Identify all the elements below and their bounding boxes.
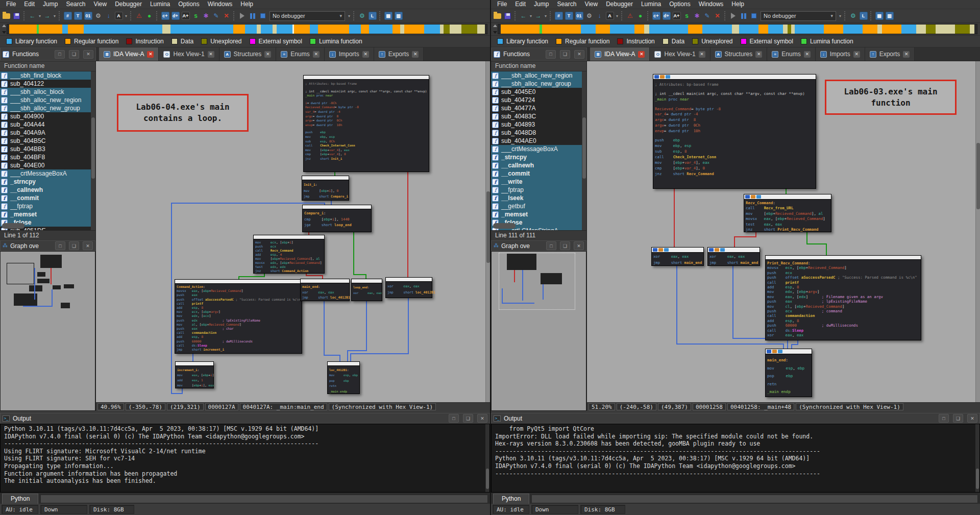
scrollbar-thumb[interactable] <box>486 469 489 489</box>
basic-block-xorr[interactable]: xor eax, eaxjmp short loc_4012B1 <box>385 277 432 298</box>
debugger-options-icon[interactable]: ⚙ <box>848 11 858 21</box>
block-title-bar[interactable] <box>301 279 349 283</box>
graph-view[interactable]: Lab06-04.exe's main contains a loop. ; A… <box>96 61 490 402</box>
open-file-icon[interactable] <box>2 11 11 21</box>
function-list-item[interactable]: f__callnewh <box>491 161 586 169</box>
tab-ida-view-a[interactable]: ≣IDA View-A✕ <box>99 47 159 61</box>
basic-block-init[interactable]: Init_i:mov [ebp+i], 0jmp short Compare_i <box>302 176 349 201</box>
save-icon[interactable] <box>503 11 512 21</box>
block-view-icon[interactable] <box>664 248 669 252</box>
panel-restore-button[interactable]: □ <box>546 241 556 250</box>
panel-restore-button[interactable]: □ <box>449 414 459 423</box>
scrollbar-thumb[interactable] <box>976 469 979 489</box>
menu-item-options[interactable]: Options <box>665 0 694 9</box>
save-icon[interactable] <box>12 11 21 21</box>
windows-layout-icon[interactable]: ▤ <box>383 11 393 21</box>
open-file-icon[interactable] <box>493 11 502 21</box>
nav-down-icon[interactable] <box>2 31 6 34</box>
panel-float-button[interactable]: ❏ <box>69 50 79 59</box>
problems-icon[interactable]: ⚠ <box>625 11 635 21</box>
function-list-item[interactable]: fsub_4048D8 <box>491 129 586 137</box>
debugger-select[interactable]: No debugger▾ <box>270 11 345 21</box>
function-list-item[interactable]: f__lseek <box>491 194 586 202</box>
menu-item-view[interactable]: View <box>580 0 602 9</box>
nav-up-icon[interactable] <box>2 24 6 27</box>
panel-restore-button[interactable]: □ <box>55 241 65 250</box>
menu-item-edit[interactable]: Edit <box>20 0 39 9</box>
block-view-icon[interactable] <box>720 248 725 252</box>
menu-item-search[interactable]: Search <box>62 0 89 9</box>
block-view-icon[interactable] <box>756 195 761 199</box>
panel-float-button[interactable]: ❏ <box>69 241 79 250</box>
jump-icon[interactable]: ↓ <box>595 11 604 21</box>
edit-icon[interactable]: ✎ <box>211 11 221 21</box>
dropdown-caret-icon[interactable]: ▾ <box>38 14 42 18</box>
block-title-bar[interactable] <box>176 362 213 366</box>
function-list-item[interactable]: f_strncpy <box>491 153 586 161</box>
panel-close-button[interactable]: ✕ <box>83 241 93 250</box>
dropdown-caret-icon[interactable]: ▾ <box>615 14 619 18</box>
add-name-icon[interactable]: A+ <box>181 11 190 21</box>
block-title-bar[interactable] <box>386 278 432 282</box>
graph-overview-map[interactable] <box>491 251 586 411</box>
dropdown-caret-icon[interactable]: ▾ <box>124 14 128 18</box>
nav-band-arrows[interactable] <box>492 24 498 34</box>
menu-item-jump[interactable]: Jump <box>39 0 62 9</box>
panel-float-button[interactable]: ❏ <box>560 50 570 59</box>
block-title-bar[interactable] <box>302 176 349 180</box>
function-list-item[interactable]: fsub_404A9A <box>0 129 95 137</box>
basic-block-loopend[interactable]: loop_end:xor eax, eax <box>351 279 382 301</box>
basic-block-mainR[interactable]: ; Attributes: bp-based frame; int __cdec… <box>653 74 816 189</box>
function-list-item[interactable]: f__write <box>491 178 586 186</box>
undefine-icon[interactable]: ✕ <box>222 11 231 21</box>
function-list-item[interactable]: f__getbuf <box>491 202 586 210</box>
function-list-hscroll-thumb[interactable] <box>493 223 516 229</box>
python-console-tab[interactable]: Python <box>2 494 38 504</box>
block-title-bar[interactable] <box>766 349 812 354</box>
function-list-item[interactable]: fsub_404B5C <box>0 137 95 145</box>
basic-block-xor1[interactable]: xor eax, eaxjmp short main_end <box>651 247 704 266</box>
menu-item-edit[interactable]: Edit <box>511 0 530 9</box>
menu-item-options[interactable]: Options <box>174 0 203 9</box>
scrollbar-thumb[interactable] <box>91 117 95 179</box>
panel-restore-button[interactable]: □ <box>546 50 556 59</box>
function-list-item[interactable]: fsub_404AE0 <box>491 137 586 145</box>
function-name-column-header[interactable]: Function name <box>0 61 95 71</box>
tab-close-icon[interactable]: ✕ <box>313 51 320 58</box>
menu-item-windows[interactable]: Windows <box>695 0 728 9</box>
block-edit-icon[interactable] <box>715 248 719 252</box>
block-view-icon[interactable] <box>778 350 782 353</box>
menu-item-lumina[interactable]: Lumina <box>146 0 174 9</box>
add-string-icon[interactable]: s <box>191 11 201 21</box>
debug-pause-icon[interactable] <box>248 11 257 21</box>
dropdown-caret-icon[interactable]: ▾ <box>544 14 548 18</box>
tab-enums[interactable]: ≡Enums✕ <box>276 47 324 61</box>
edit-icon[interactable]: ✎ <box>702 11 712 21</box>
block-edit-icon[interactable] <box>658 248 663 252</box>
jump-icon[interactable]: ↓ <box>104 11 113 21</box>
analysis-indicator-icon[interactable]: ● <box>635 11 645 21</box>
basic-block-mainendR[interactable]: main_end:mov esp, ebppop ebpretn_main en… <box>765 349 812 397</box>
debug-start-icon[interactable] <box>237 11 247 21</box>
panel-close-button[interactable]: ✕ <box>967 414 977 423</box>
function-list-item[interactable]: fsub_40483C <box>491 112 586 120</box>
panel-close-button[interactable]: ✕ <box>477 414 487 423</box>
debug-pause-icon[interactable] <box>739 11 748 21</box>
function-list-item[interactable]: f___crtMessageBoxA <box>491 145 586 153</box>
menu-item-help[interactable]: Help <box>727 0 748 9</box>
undefine-icon[interactable]: ✕ <box>713 11 722 21</box>
basic-block-recvR[interactable]: Recv_Command:call Recv_from_URLmov [ebp+… <box>744 194 831 232</box>
navigation-band[interactable] <box>498 24 977 34</box>
navigation-band[interactable] <box>7 24 487 34</box>
function-name-column-header[interactable]: Function name <box>491 61 586 71</box>
add-code-icon[interactable]: c+ <box>651 11 661 21</box>
flashlight-icon[interactable]: ⚙ <box>93 11 103 21</box>
text-format-icon[interactable]: A <box>114 11 124 21</box>
output-log[interactable]: Python 3.10.11 (tags/v3.10.11:7d4cc5a, A… <box>0 424 490 493</box>
output-log[interactable]: from PyQt5 import QtCoreImportError: DLL… <box>491 424 980 493</box>
block-title-bar[interactable] <box>652 248 703 253</box>
tab-imports[interactable]: ↓Imports✕ <box>816 47 865 61</box>
panel-float-button[interactable]: ❏ <box>463 414 473 423</box>
panel-restore-button[interactable]: □ <box>55 50 65 59</box>
basic-block-mainend[interactable]: main_end:xor eax, eaxjmp short loc_4012B… <box>300 279 350 301</box>
